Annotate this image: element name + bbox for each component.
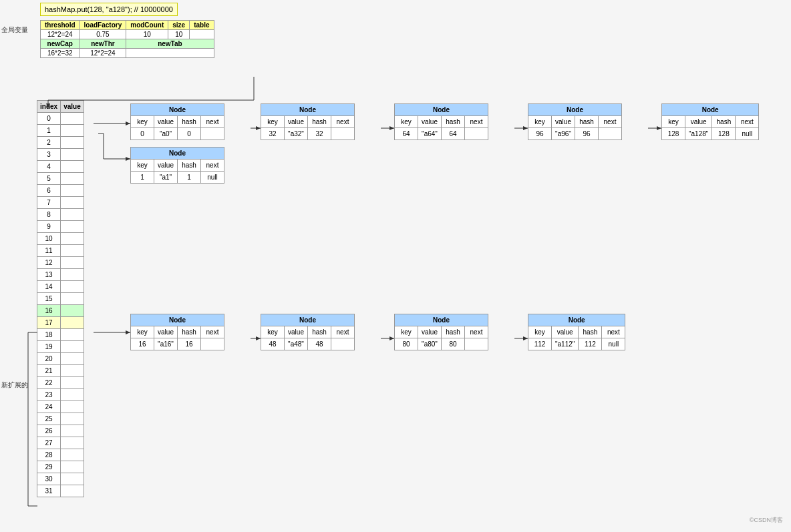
svg-marker-9	[126, 157, 130, 161]
array-value-23	[61, 389, 84, 401]
array-index-20: 20	[37, 353, 61, 365]
node-32: Node keyvaluehashnext 32"a32"32	[261, 103, 355, 140]
array-index-24: 24	[37, 401, 61, 413]
array-index-5: 5	[37, 173, 61, 185]
node-128: Node keyvaluehashnext 128"a128"128null	[661, 103, 759, 140]
array-index-17: 17	[37, 317, 61, 329]
svg-marker-11	[256, 126, 261, 130]
array-index-7: 7	[37, 197, 61, 209]
array-value-25	[61, 413, 84, 425]
array-index-30: 30	[37, 473, 61, 485]
array-index-23: 23	[37, 389, 61, 401]
array-index-22: 22	[37, 377, 61, 389]
array-value-10	[61, 233, 84, 245]
array-value-6	[61, 185, 84, 197]
array-value-5	[61, 173, 84, 185]
svg-marker-23	[389, 336, 394, 340]
array-value-0	[61, 113, 84, 125]
array-index-16: 16	[37, 305, 61, 317]
node-96: Node keyvaluehashnext 96"a96"96	[528, 103, 622, 140]
array-index-1: 1	[37, 125, 61, 137]
array-value-8	[61, 209, 84, 221]
array-index-0: 0	[37, 113, 61, 125]
array-value-9	[61, 221, 84, 233]
node-16: Node keyvaluehashnext 16"a16"16	[130, 314, 224, 350]
global-vars-label: 全局变量	[1, 25, 28, 35]
array-value-27	[61, 437, 84, 449]
array-value-3	[61, 149, 84, 161]
watermark: ©CSDN博客	[750, 516, 783, 525]
array-value-26	[61, 425, 84, 437]
array-index-10: 10	[37, 233, 61, 245]
array-value-4	[61, 161, 84, 173]
array-value-29	[61, 461, 84, 473]
array-index-6: 6	[37, 185, 61, 197]
array-value-21	[61, 365, 84, 377]
node-0: Node keyvaluehashnext 0"a0"0	[130, 103, 224, 140]
array-index-28: 28	[37, 449, 61, 461]
vars-table: threshold loadFactory modCount size tabl…	[40, 20, 214, 58]
array-header-value: value	[61, 101, 84, 113]
array-index-13: 13	[37, 269, 61, 281]
array-value-2	[61, 137, 84, 149]
array-value-16	[61, 305, 84, 317]
array-index-18: 18	[37, 329, 61, 341]
array-index-27: 27	[37, 437, 61, 449]
array-table: index value 0 1 2 3 4 5 6 7 8 9 10 11 12…	[37, 100, 84, 497]
array-value-14	[61, 281, 84, 293]
array-index-14: 14	[37, 281, 61, 293]
arrows-svg	[0, 0, 788, 527]
code-tooltip: hashMap.put(128, "a128"); // 10000000	[40, 3, 178, 16]
array-value-19	[61, 341, 84, 353]
array-index-19: 19	[37, 341, 61, 353]
array-index-15: 15	[37, 293, 61, 305]
array-value-24	[61, 401, 84, 413]
array-index-26: 26	[37, 425, 61, 437]
node-112: Node keyvaluehashnext 112"a112"112null	[528, 314, 625, 350]
array-value-30	[61, 473, 84, 485]
main-container: hashMap.put(128, "a128"); // 10000000 全局…	[0, 0, 788, 527]
svg-marker-21	[256, 336, 261, 340]
array-header-index: index	[37, 101, 61, 113]
array-container: index value 0 1 2 3 4 5 6 7 8 9 10 11 12…	[37, 100, 84, 497]
node-48: Node keyvaluehashnext 48"a48"48	[261, 314, 355, 350]
array-value-15	[61, 293, 84, 305]
array-index-11: 11	[37, 245, 61, 257]
svg-marker-17	[657, 126, 661, 130]
array-value-13	[61, 269, 84, 281]
svg-marker-19	[126, 330, 130, 334]
array-value-28	[61, 449, 84, 461]
node-1: Node keyvaluehashnext 1"a1"1null	[130, 147, 224, 184]
array-value-20	[61, 353, 84, 365]
array-value-22	[61, 377, 84, 389]
array-index-9: 9	[37, 221, 61, 233]
array-index-12: 12	[37, 257, 61, 269]
array-index-21: 21	[37, 365, 61, 377]
svg-marker-5	[126, 121, 130, 125]
array-index-2: 2	[37, 137, 61, 149]
array-index-29: 29	[37, 461, 61, 473]
array-value-1	[61, 125, 84, 137]
array-value-12	[61, 257, 84, 269]
array-value-31	[61, 485, 84, 497]
node-80: Node keyvaluehashnext 80"a80"80	[394, 314, 488, 350]
array-index-4: 4	[37, 161, 61, 173]
svg-marker-15	[523, 126, 528, 130]
array-index-31: 31	[37, 485, 61, 497]
array-value-11	[61, 245, 84, 257]
array-index-25: 25	[37, 413, 61, 425]
array-index-8: 8	[37, 209, 61, 221]
svg-marker-13	[389, 126, 394, 130]
array-value-17	[61, 317, 84, 329]
array-value-7	[61, 197, 84, 209]
array-index-3: 3	[37, 149, 61, 161]
node-64: Node keyvaluehashnext 64"a64"64	[394, 103, 488, 140]
array-value-18	[61, 329, 84, 341]
svg-marker-25	[523, 336, 528, 340]
new-expand-label: 新扩展的	[1, 380, 28, 390]
